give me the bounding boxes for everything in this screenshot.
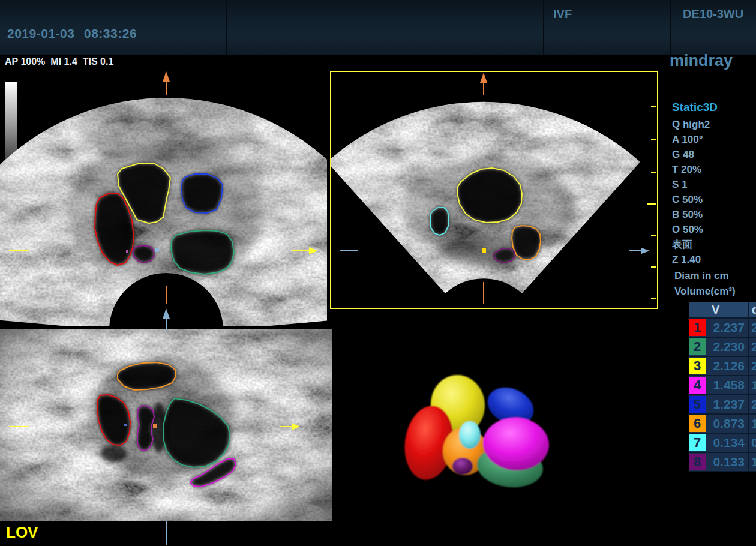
table-row[interactable]: 7 0.134 0 [689,434,756,453]
follicle-table: V d 1 2.237 2 2 [689,302,756,472]
mindray-logo: mindray [670,52,733,70]
table-row[interactable]: 4 1.458 1 [689,376,756,395]
quadrant-c-plane[interactable] [0,329,332,521]
follicle-color-cell: 7 [689,434,707,452]
ovary-side-label: LOV [6,523,38,542]
table-row[interactable]: 6 0.873 1 [689,415,756,434]
follicle-color-cell: 5 [689,395,707,413]
follicle-3d-cyan [459,421,481,449]
diameter-value: 1 [748,453,756,471]
render-parameter: Z 1.40 [672,252,755,267]
follicle-color-swatch: 8 [689,454,706,470]
header-divider [543,0,544,55]
measurement-units: Diam in cm Volume(cm³) [672,268,755,299]
render-parameter: 表面 [672,237,755,252]
acoustic-output-readout: AP 100%MI 1.4TIS 0.1 [5,56,119,67]
ultrasound-screen: 2019-01-03 08:33:26 IVF DE10-3WU AP 100%… [0,0,756,546]
table-row[interactable]: 3 2.126 2 [689,357,756,376]
follicle-color-cell: 1 [689,319,707,337]
render-parameter: Q high2 [672,117,755,132]
volume-value: 0.133 [707,453,748,471]
a-plane-image [0,71,327,326]
render-parameter: T 20% [672,162,755,177]
follicle-color-swatch: 1 [689,319,706,336]
render-parameter: C 50% [672,192,755,207]
follicle-color-cell: 3 [689,357,707,375]
render-parameter-panel: Static3D Q high2A 100°G 48T 20%S 1C 50%B… [672,101,755,299]
follicle-color-swatch: 6 [689,415,706,432]
render-parameter: B 50% [672,207,755,222]
diameter-value: 2 [748,338,756,356]
table-row[interactable]: 2 2.230 2 [689,338,756,357]
follicle-number: 5 [694,397,701,412]
volume-value: 2.237 [707,319,748,337]
follicle-number: 1 [694,320,701,335]
table-row[interactable]: 1 2.237 2 [689,319,756,338]
volume-value: 1.237 [707,395,748,413]
quadrant-3d-render[interactable] [336,324,684,546]
diameter-value: 0 [748,434,756,452]
follicle-3d-view [336,324,684,546]
render-parameter: G 48 [672,147,755,162]
follicle-table-header: V d [689,302,756,319]
follicle-index-column-header [689,302,707,317]
volume-value: 2.126 [707,357,748,375]
render-parameter: A 100° [672,132,755,147]
follicle-table-rows: 1 2.237 2 2 2.230 2 [689,319,756,472]
volume-value: 2.230 [707,338,748,356]
volume-value: 1.458 [707,376,748,394]
exam-type[interactable]: IVF [553,7,572,21]
probe-model[interactable]: DE10-3WU [683,7,743,21]
title-bar: 2019-01-03 08:33:26 IVF DE10-3WU [0,0,756,55]
follicle-number: 2 [694,339,701,355]
quadrant-b-plane[interactable] [330,71,658,309]
follicle-number: 8 [694,454,701,470]
exam-time: 08:33:26 [84,26,137,41]
volume-column-header: V [707,302,748,317]
diameter-value: 2 [748,357,756,375]
acoustic-power: AP 100% [5,56,45,67]
follicle-3d-purple [452,458,473,475]
follicle-color-swatch: 7 [689,434,706,451]
follicle-number: 7 [694,435,701,451]
mechanical-index: MI 1.4 [50,56,77,67]
diameter-unit-label: Diam in cm [672,268,755,284]
follicle-number: 3 [694,358,701,374]
follicle-number: 6 [694,416,701,431]
diameter-column-header: d [748,302,756,317]
header-divider [670,0,671,55]
diameter-value: 1 [748,415,756,433]
b-plane-image [330,71,658,309]
exam-date: 2019-01-03 [7,26,74,41]
follicle-color-swatch: 4 [689,377,706,394]
follicle-color-swatch: 5 [689,396,706,413]
follicle-color-cell: 8 [689,453,707,471]
render-parameter-list: Q high2A 100°G 48T 20%S 1C 50%B 50%O 50%… [672,117,755,267]
diameter-value: 2 [748,395,756,413]
follicle-color-cell: 6 [689,415,707,433]
render-parameter: O 50% [672,222,755,237]
render-parameter: S 1 [672,177,755,192]
c-plane-image [0,329,332,521]
volume-unit-label: Volume(cm³) [672,284,755,299]
volume-value: 0.873 [707,415,748,433]
diameter-value: 2 [748,319,756,337]
follicle-color-swatch: 2 [689,338,706,355]
follicle-color-cell: 2 [689,338,707,356]
render-mode-label[interactable]: Static3D [672,101,755,117]
volume-value: 0.134 [707,434,748,452]
thermal-index: TIS 0.1 [83,56,114,67]
header-divider [226,0,227,55]
table-row[interactable]: 5 1.237 2 [689,395,756,415]
follicle-color-swatch: 3 [689,358,706,374]
table-row[interactable]: 8 0.133 1 [689,453,756,472]
quadrant-a-plane[interactable] [0,71,327,326]
diameter-value: 1 [748,376,756,394]
follicle-color-cell: 4 [689,376,707,394]
follicle-number: 4 [694,377,701,393]
